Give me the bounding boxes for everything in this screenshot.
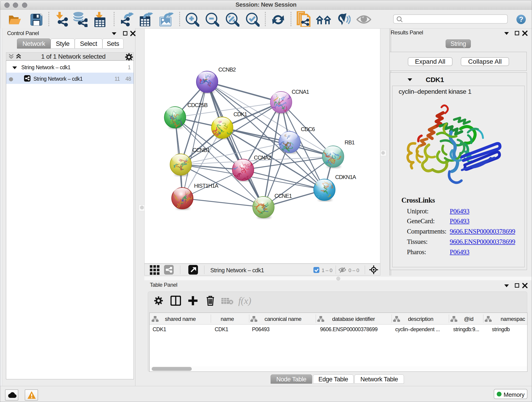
svg-text:CCNE1: CCNE1 <box>274 193 292 199</box>
svg-text:CDC25B: CDC25B <box>187 102 208 108</box>
svg-text:CCNB1: CCNB1 <box>192 147 210 153</box>
svg-text:CDC6: CDC6 <box>301 126 315 132</box>
svg-text:HIST1H1A: HIST1H1A <box>194 183 218 189</box>
svg-text:CCNA2: CCNA2 <box>254 154 271 161</box>
svg-text:CDK1: CDK1 <box>234 111 247 117</box>
svg-text:CCNB2: CCNB2 <box>218 66 236 73</box>
svg-text:CDKN1A: CDKN1A <box>335 174 356 180</box>
svg-text:CCNA1: CCNA1 <box>292 89 309 95</box>
svg-text:RB1: RB1 <box>345 139 355 146</box>
